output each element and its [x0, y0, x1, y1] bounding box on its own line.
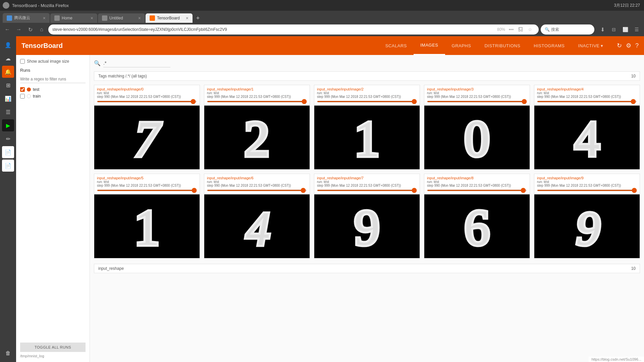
tb-logo: TensorBoard [21, 42, 63, 50]
image-card-header-6: input_reshape/input/image/6 run: test st… [204, 174, 310, 194]
search-icon-tf: 🔍 [94, 60, 101, 66]
image-card-title-6: input_reshape/input/image/6 [207, 176, 307, 180]
image-card-step-5: step 999 (Mon Mar 12 2018 22:21:53 GMT+0… [97, 184, 197, 187]
digit-canvas-1: 2 2 [204, 106, 310, 169]
tab-close-tencent[interactable]: × [43, 16, 46, 20]
menu-icon[interactable]: ☰ [632, 25, 641, 34]
step-slider-1[interactable] [207, 101, 307, 102]
image-card-run-6: run: test [207, 180, 307, 184]
step-slider-6[interactable] [207, 190, 307, 191]
nav-images[interactable]: IMAGES [414, 36, 445, 55]
download-icon[interactable]: ⬇ [598, 25, 607, 34]
tab-label-tensorboard: TensorBoard [157, 16, 184, 20]
digit-svg-4: 4 4 [534, 106, 640, 169]
url-text: steve-lenovo-v2000:6006/#images&runSelec… [52, 27, 496, 32]
step-slider-3[interactable] [427, 101, 527, 102]
status-bar-hint: https://blog.csdn.net/Su1096... [589, 357, 644, 362]
left-icon-terminal[interactable]: ▶ [2, 119, 14, 131]
digit-canvas-4: 4 4 [534, 106, 640, 169]
image-card-step-2: step 999 (Mon Mar 12 2018 22:21:53 GMT+0… [317, 95, 417, 99]
left-icon-alert[interactable]: 🔔 [2, 66, 14, 78]
image-card-header-3: input_reshape/input/image/3 run: test st… [424, 85, 530, 106]
runs-filter-input[interactable] [20, 75, 86, 83]
tb-refresh-icon[interactable]: ↻ [617, 42, 622, 49]
tb-header: TensorBoard SCALARS IMAGES GRAPHS DISTRI… [16, 36, 644, 55]
left-icon-account[interactable]: 👤 [2, 39, 14, 51]
run-item-train: train [20, 94, 86, 99]
section-count: 10 [631, 266, 636, 271]
image-card-run-0: run: test [97, 91, 197, 95]
tab-label-home: Home [62, 16, 89, 20]
nav-inactive[interactable]: INACTIVE ▾ [572, 36, 610, 55]
bookmark-icon[interactable]: ☆ [525, 25, 535, 34]
step-slider-7[interactable] [317, 190, 417, 191]
image-card-title-5: input_reshape/input/image/5 [97, 176, 197, 180]
step-slider-2[interactable] [317, 101, 417, 102]
digit-canvas-2: 1 1 [314, 106, 420, 169]
tab-tensorboard[interactable]: TensorBoard × [146, 13, 193, 23]
nav-scalars[interactable]: SCALARS [379, 36, 414, 55]
pocket-icon[interactable]: ⛾ [516, 25, 525, 34]
run-checkbox-train[interactable] [20, 94, 25, 99]
step-slider-0[interactable] [97, 101, 197, 102]
back-button[interactable]: ← [3, 25, 12, 34]
tags-row: Tags matching /.*/ (all tags) 10 [94, 71, 640, 81]
run-checkbox-test[interactable] [20, 87, 25, 92]
forward-button[interactable]: → [14, 25, 23, 34]
image-card-title-3: input_reshape/input/image/3 [427, 87, 527, 91]
left-icon-list[interactable]: ☰ [2, 106, 14, 118]
image-card-title-2: input_reshape/input/image/2 [317, 87, 417, 91]
nav-graphs[interactable]: GRAPHS [445, 36, 478, 55]
nav-histograms[interactable]: HISTOGRAMS [527, 36, 571, 55]
image-card-step-9: step 999 (Mon Mar 12 2018 22:21:53 GMT+0… [537, 184, 637, 187]
sidebar-toggle-icon[interactable]: ⬜ [621, 25, 630, 34]
left-icon-edit[interactable]: ✏ [2, 133, 14, 145]
tab-tencent[interactable]: 腾讯微云 × [3, 13, 50, 23]
tab-close-home[interactable]: × [91, 16, 93, 20]
left-icon-grid[interactable]: ⊞ [2, 79, 14, 91]
tab-close-untitled[interactable]: × [138, 16, 141, 20]
svg-text:9: 9 [354, 200, 379, 256]
tags-count: 10 [631, 74, 636, 78]
show-actual-size-checkbox[interactable] [20, 59, 25, 64]
left-icon-cloud[interactable]: ☁ [2, 52, 14, 64]
tab-favicon-home [54, 15, 60, 21]
tab-bar: 腾讯微云 × Home × Untitled × TensorBoard × + [0, 11, 644, 23]
left-icon-chart[interactable]: 📊 [2, 93, 14, 105]
digit-canvas-8: 6 6 [424, 194, 530, 258]
left-icon-doc1[interactable]: 📄 [2, 146, 14, 158]
image-card-8: input_reshape/input/image/8 run: test st… [424, 174, 530, 258]
step-slider-4[interactable] [537, 101, 637, 102]
step-slider-8[interactable] [427, 190, 527, 191]
new-tab-button[interactable]: + [193, 13, 203, 23]
svg-text:4: 4 [574, 111, 599, 167]
zoom-level: 80% [497, 27, 505, 32]
left-icon-doc2[interactable]: 📄 [2, 160, 14, 172]
tb-help-icon[interactable]: ? [635, 42, 639, 49]
tb-settings-icon[interactable]: ⚙ [626, 42, 631, 49]
tag-search-input[interactable] [103, 59, 170, 67]
firefox-search-box[interactable]: 🔍 搜索 [541, 24, 594, 35]
bookmarks-library-icon[interactable]: ⊟ [609, 25, 619, 34]
url-bar[interactable]: steve-lenovo-v2000:6006/#images&runSelec… [48, 24, 539, 35]
home-button[interactable]: ⌂ [37, 25, 46, 34]
tab-close-tensorboard[interactable]: × [186, 16, 189, 20]
step-slider-9[interactable] [537, 190, 637, 191]
tab-home[interactable]: Home × [50, 13, 97, 23]
left-icon-trash[interactable]: 🗑 [2, 347, 14, 359]
digit-svg-4b: 4 4 [204, 194, 310, 258]
toggle-all-runs-button[interactable]: TOGGLE ALL RUNS [20, 343, 86, 352]
svg-text:7: 7 [134, 111, 161, 167]
image-card-9: input_reshape/input/image/9 run: test st… [534, 174, 640, 258]
run-color-test [27, 87, 31, 92]
image-card-3: input_reshape/input/image/3 run: test st… [424, 85, 530, 170]
more-options-button[interactable]: ••• [506, 25, 516, 34]
runs-label: Runs [20, 68, 86, 73]
tab-untitled[interactable]: Untitled × [98, 13, 145, 23]
image-card-header-9: input_reshape/input/image/9 run: test st… [534, 174, 640, 194]
image-card-header-8: input_reshape/input/image/8 run: test st… [424, 174, 530, 194]
tb-header-icons: ↻ ⚙ ? [617, 42, 639, 49]
reload-button[interactable]: ↻ [25, 25, 35, 34]
nav-distributions[interactable]: DISTRIBUTIONS [478, 36, 527, 55]
step-slider-5[interactable] [97, 190, 197, 191]
